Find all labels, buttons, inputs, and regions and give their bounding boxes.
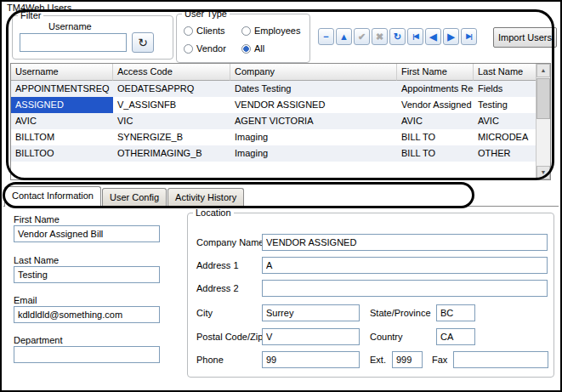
table-row[interactable]: BILLTOMSYNERGIZE_BImagingBILL TOMICRODEA: [11, 129, 550, 145]
username-filter-input[interactable]: [20, 33, 127, 52]
table-cell[interactable]: V_ASSIGNFB: [113, 97, 230, 113]
vertical-scrollbar[interactable]: ▲ ▼: [536, 64, 550, 179]
table-cell[interactable]: BILL TO: [397, 145, 474, 162]
phone-label: Phone: [196, 355, 224, 365]
table-cell[interactable]: Imaging: [230, 145, 397, 162]
postal-code-field[interactable]: [262, 328, 360, 345]
table-cell[interactable]: SYNERGIZE_B: [113, 129, 230, 145]
address1-label: Address 1: [196, 260, 239, 270]
filter-group: Filter Username ↻: [12, 15, 173, 60]
users-table-body: APPOINTMENTSREQOEDATESAPPRQDates Testing…: [11, 81, 550, 162]
table-cell[interactable]: Dates Testing: [230, 81, 397, 97]
table-row[interactable]: APPOINTMENTSREQOEDATESAPPRQDates Testing…: [11, 81, 550, 97]
phone-field[interactable]: [262, 351, 360, 368]
table-row[interactable]: AVICVICAGENT VICTORIAAVICAVIC: [11, 113, 550, 129]
table-cell[interactable]: ASSIGNED: [11, 97, 113, 113]
next-record-icon: ▶: [447, 32, 454, 42]
table-cell[interactable]: Vendor Assigned E: [397, 97, 474, 113]
table-cell[interactable]: OTHER: [474, 145, 537, 162]
scroll-down-icon[interactable]: ▼: [536, 166, 550, 179]
radio-icon: [241, 26, 251, 36]
table-cell[interactable]: AGENT VICTORIA: [230, 113, 397, 129]
last-record-button[interactable]: ▶|: [461, 28, 477, 45]
delete-record-icon: −: [323, 32, 328, 42]
prior-record-button[interactable]: ◀: [425, 28, 441, 45]
column-header[interactable]: First Name: [397, 64, 474, 81]
table-cell[interactable]: Fields: [474, 81, 537, 97]
table-cell[interactable]: BILLTOM: [11, 129, 113, 145]
radio-vendor[interactable]: Vendor: [184, 43, 241, 54]
country-label: Country: [370, 332, 403, 342]
location-group-label: Location: [193, 207, 234, 218]
country-field[interactable]: [436, 328, 475, 345]
radio-employees[interactable]: Employees: [241, 26, 300, 36]
table-cell[interactable]: OEDATESAPPRQ: [113, 81, 230, 97]
email-field[interactable]: [14, 306, 160, 323]
address1-field[interactable]: [262, 257, 548, 274]
table-cell[interactable]: Imaging: [230, 129, 397, 145]
department-field[interactable]: [14, 346, 160, 363]
ext-label: Ext.: [370, 355, 386, 365]
column-header[interactable]: Last Name: [474, 64, 537, 81]
user-type-group: User Type ClientsEmployeesVendorAll: [176, 14, 310, 63]
radio-label: Vendor: [196, 43, 226, 54]
first-record-button[interactable]: |◀: [407, 28, 423, 45]
table-cell[interactable]: Testing: [474, 97, 537, 113]
city-field[interactable]: [262, 304, 360, 321]
delete-record-button[interactable]: −: [318, 28, 334, 45]
company-name-field[interactable]: [262, 234, 548, 251]
table-cell[interactable]: OTHERIMAGING_B: [113, 145, 230, 162]
fax-label: Fax: [432, 355, 447, 365]
table-cell[interactable]: AVIC: [474, 113, 537, 129]
radio-label: Clients: [196, 26, 225, 36]
table-cell[interactable]: AVIC: [397, 113, 474, 129]
radio-all[interactable]: All: [241, 43, 300, 54]
last-name-field[interactable]: [14, 266, 160, 283]
prior-record-icon: ◀: [429, 32, 436, 42]
username-label: Username: [48, 21, 92, 31]
location-group: Location Company Name Address 1 Address …: [187, 213, 554, 378]
column-header[interactable]: Username: [11, 64, 113, 81]
users-table: UsernameAccess CodeCompanyFirst NameLast…: [10, 63, 551, 180]
refresh-records-button[interactable]: ↻: [389, 28, 406, 45]
first-name-field[interactable]: [14, 225, 160, 242]
import-users-button[interactable]: Import Users: [493, 27, 557, 48]
column-header[interactable]: Access Code: [113, 64, 230, 81]
post-record-button[interactable]: ✔: [354, 28, 370, 45]
ext-field[interactable]: [392, 351, 423, 368]
scrollbar-thumb[interactable]: [536, 78, 550, 119]
user-type-group-label: User Type: [182, 9, 230, 19]
radio-clients[interactable]: Clients: [184, 26, 241, 36]
radio-icon: [241, 44, 251, 54]
users-table-header: UsernameAccess CodeCompanyFirst NameLast…: [11, 64, 550, 81]
state-province-field[interactable]: [436, 304, 475, 321]
tab-activity-history[interactable]: Activity History: [167, 188, 244, 206]
table-cell[interactable]: VIC: [113, 113, 230, 129]
tab-contact-information[interactable]: Contact Information: [4, 186, 101, 207]
scroll-up-icon[interactable]: ▲: [536, 64, 550, 77]
filter-refresh-button[interactable]: ↻: [132, 32, 154, 53]
postal-code-label: Postal Code/Zip: [196, 332, 263, 342]
table-cell[interactable]: AVIC: [11, 113, 113, 129]
edit-record-icon: ▲: [339, 32, 349, 42]
table-cell[interactable]: BILL TO: [397, 129, 474, 145]
next-record-button[interactable]: ▶: [443, 28, 459, 45]
tabstrip: Contact InformationUser ConfigActivity H…: [4, 188, 245, 207]
cancel-record-button[interactable]: ✖: [372, 28, 388, 45]
table-cell[interactable]: BILLTOO: [11, 145, 113, 162]
table-cell[interactable]: VENDOR ASSIGNED: [230, 97, 397, 113]
company-name-label: Company Name: [196, 237, 264, 247]
table-cell[interactable]: APPOINTMENTSREQ: [11, 81, 113, 97]
table-cell[interactable]: Appointments Req: [397, 81, 474, 97]
table-row[interactable]: ASSIGNEDV_ASSIGNFBVENDOR ASSIGNEDVendor …: [11, 97, 550, 113]
table-row[interactable]: BILLTOOOTHERIMAGING_BImagingBILL TOOTHER: [11, 145, 550, 162]
table-cell[interactable]: MICRODEA: [474, 129, 537, 145]
cancel-record-icon: ✖: [376, 32, 383, 42]
address2-field[interactable]: [262, 280, 548, 297]
column-header[interactable]: Company: [230, 64, 397, 81]
fax-field[interactable]: [453, 351, 548, 368]
filter-group-label: Filter: [18, 10, 43, 20]
edit-record-button[interactable]: ▲: [336, 28, 352, 45]
tab-user-config[interactable]: User Config: [102, 188, 167, 206]
radio-icon: [184, 26, 193, 36]
